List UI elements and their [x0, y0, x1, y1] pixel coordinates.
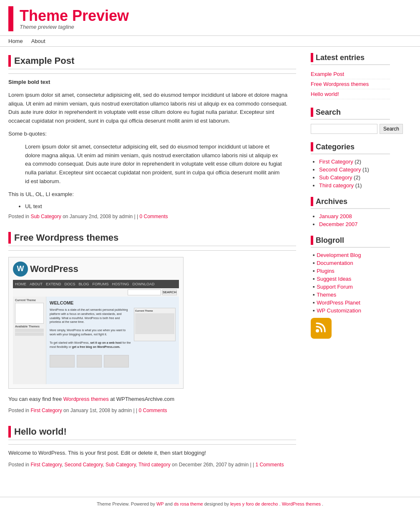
- latest-entries-title: Latest entries: [311, 53, 390, 65]
- sidebar-search-bar: [311, 108, 313, 117]
- wp-search-bar: SEARCH: [13, 288, 179, 297]
- categories-list: First Category (2) Second Category (1) S…: [311, 159, 390, 189]
- blogroll-link-1[interactable]: Development Blog: [317, 252, 361, 258]
- blogroll-item-6: Themes: [313, 292, 390, 298]
- blogroll-item-5: Support Forum: [313, 284, 390, 290]
- post-comments-hello[interactable]: 1 Comments: [255, 462, 284, 468]
- site-tagline: Theme preview tagline: [20, 24, 129, 30]
- category-link-4[interactable]: Third category: [319, 182, 354, 189]
- latest-entry-2[interactable]: Free Wordpress themes: [311, 79, 390, 89]
- wp-themes-link[interactable]: Wordpress themes: [63, 396, 109, 402]
- post-content-example: Simple bold text Lorem ipsum dolor sit a…: [8, 78, 296, 209]
- blogroll-item-7: WordPress Planet: [313, 299, 390, 306]
- blogroll-link-7[interactable]: WordPress Planet: [317, 299, 360, 306]
- post-wordpress-themes: Free Wordpress themes W WordPress HOME A…: [8, 232, 296, 414]
- wp-screenshot: HOME ABOUT EXTEND DOCS BLOG FORUMS HOSTI…: [13, 280, 179, 384]
- sidebar-blogroll: Blogroll Development Blog Documentation …: [311, 236, 390, 339]
- category-link-sub[interactable]: Sub Category: [106, 462, 136, 468]
- latest-entries-links: Example Post Free Wordpress themes Hello…: [311, 69, 390, 99]
- main-content: Example Post Simple bold text Lorem ipsu…: [0, 47, 304, 488]
- page-wrapper: Example Post Simple bold text Lorem ipsu…: [0, 47, 420, 488]
- nav-home[interactable]: Home: [8, 38, 23, 44]
- rss-svg: [315, 321, 327, 333]
- blogroll-item-4: Suggest Ideas: [313, 276, 390, 282]
- footer-theme-link[interactable]: ds rosa theme: [174, 501, 203, 506]
- footer-text: Theme Preview. Powered by: [97, 501, 155, 506]
- post-paragraph1: Lorem ipsum dolor sit amet, consectetur …: [8, 91, 296, 126]
- post-category-link[interactable]: Sub Category: [30, 214, 61, 219]
- blogroll-item-8: WP Customization: [313, 307, 390, 314]
- footer-wp-themes-link[interactable]: WordPress themes: [282, 501, 321, 506]
- archives-title: Archives: [311, 197, 390, 209]
- post-comments-link[interactable]: 0 Comments: [140, 214, 168, 219]
- category-item-4: Third category (1): [319, 182, 390, 189]
- post-divider-2: [8, 250, 296, 251]
- search-input[interactable]: [311, 124, 377, 134]
- post-content-hello: Welcome to WordPress. This is your first…: [8, 449, 296, 458]
- blogroll-list: Development Blog Documentation Plugins S…: [311, 252, 390, 314]
- blogroll-link-8[interactable]: WP Customization: [317, 307, 361, 314]
- blogroll-link-2[interactable]: Documentation: [317, 260, 353, 266]
- blogroll-link-4[interactable]: Suggest Ideas: [317, 276, 351, 282]
- wp-image-container: W WordPress HOME ABOUT EXTEND DOCS BLOG …: [8, 257, 184, 389]
- archive-link-jan[interactable]: January 2008: [319, 213, 352, 219]
- blogroll-link-3[interactable]: Plugins: [317, 268, 334, 274]
- rss-icon[interactable]: [311, 318, 332, 339]
- archive-link-dec[interactable]: December 2007: [319, 221, 358, 227]
- category-item-2: Second Category (1): [319, 166, 390, 173]
- post-meta-hello: Posted in First Category, Second Categor…: [8, 462, 296, 468]
- sidebar-blogroll-bar: [311, 236, 313, 245]
- footer-leyes-link[interactable]: leyes y foro de derecho: [230, 501, 278, 506]
- sidebar-latest-entries: Latest entries Example Post Free Wordpre…: [311, 53, 390, 99]
- title-accent-bar-2: [8, 232, 11, 244]
- post-divider-3: [8, 444, 296, 445]
- wp-logo-text: WordPress: [30, 264, 78, 274]
- wp-themes-desc: You can easy find free Wordpress themes …: [8, 395, 296, 404]
- header-accent-bar: [8, 6, 13, 31]
- title-accent-bar: [8, 55, 11, 67]
- post-blockquote: Lorem ipsum dolor sit amet, consectetur …: [21, 143, 284, 186]
- blogroll-title: Blogroll: [311, 236, 390, 248]
- footer-wp-link[interactable]: WP: [156, 501, 164, 506]
- rss-symbol: [315, 321, 327, 336]
- wp-nav-bar: HOME ABOUT EXTEND DOCS BLOG FORUMS HOSTI…: [13, 280, 179, 288]
- blogroll-item-1: Development Blog: [313, 252, 390, 258]
- latest-entry-3[interactable]: Hello world!: [311, 89, 390, 99]
- sidebar: Latest entries Example Post Free Wordpre…: [304, 47, 396, 488]
- category-link-1[interactable]: First Category: [319, 159, 353, 165]
- blockquote-label: Some b-quotes:: [8, 130, 296, 138]
- title-accent-bar-3: [8, 426, 11, 438]
- archives-list: January 2008 December 2007: [311, 213, 390, 227]
- tagline-italic: tagline: [58, 24, 74, 30]
- ul-item: UL text: [25, 203, 296, 209]
- nav-about[interactable]: About: [31, 38, 45, 44]
- page-footer: Theme Preview. Powered by WP and ds rosa…: [0, 497, 420, 511]
- category-link-2[interactable]: Second Category: [319, 166, 361, 173]
- wp-search-button[interactable]: SEARCH: [162, 289, 177, 295]
- search-button[interactable]: Search: [380, 124, 403, 134]
- site-title: Theme Preview: [20, 8, 129, 24]
- category-link-first[interactable]: First Category: [30, 462, 61, 468]
- search-form: Search: [311, 124, 390, 134]
- wp-search-input[interactable]: [128, 289, 161, 295]
- sidebar-archives-bar: [311, 197, 313, 206]
- category-link-third[interactable]: Third category: [138, 462, 171, 468]
- archive-jan2008: January 2008: [319, 213, 390, 219]
- post-category-wp[interactable]: First Category: [30, 408, 62, 413]
- post-divider: [8, 73, 296, 74]
- wp-logo-icon: W: [13, 262, 28, 277]
- category-item-3: Sub Category (2): [319, 174, 390, 181]
- post-content-wp: W WordPress HOME ABOUT EXTEND DOCS BLOG …: [8, 257, 296, 404]
- post-meta-example: Posted in Sub Category on January 2nd, 2…: [8, 214, 296, 219]
- post-hello-world: Hello world! Welcome to WordPress. This …: [8, 426, 296, 468]
- post-comments-wp[interactable]: 0 Comments: [138, 408, 167, 413]
- category-link-3[interactable]: Sub Category: [319, 174, 352, 181]
- wp-logo: W WordPress: [13, 262, 179, 277]
- blogroll-link-6[interactable]: Themes: [317, 292, 336, 298]
- svg-point-0: [316, 329, 319, 332]
- latest-entry-1[interactable]: Example Post: [311, 69, 390, 79]
- list-label: This is UL, OL, LI example:: [8, 190, 296, 199]
- sidebar-archives: Archives January 2008 December 2007: [311, 197, 390, 227]
- category-link-second[interactable]: Second Category: [65, 462, 103, 468]
- blogroll-link-5[interactable]: Support Forum: [317, 284, 353, 290]
